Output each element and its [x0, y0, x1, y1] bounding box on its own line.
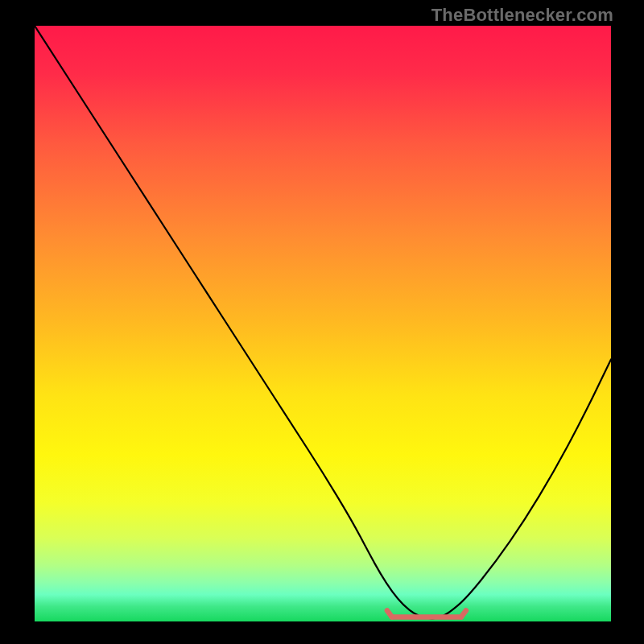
bottleneck-chart	[0, 0, 644, 644]
watermark-text: TheBottlenecker.com	[431, 5, 613, 26]
gradient-background	[35, 26, 611, 621]
